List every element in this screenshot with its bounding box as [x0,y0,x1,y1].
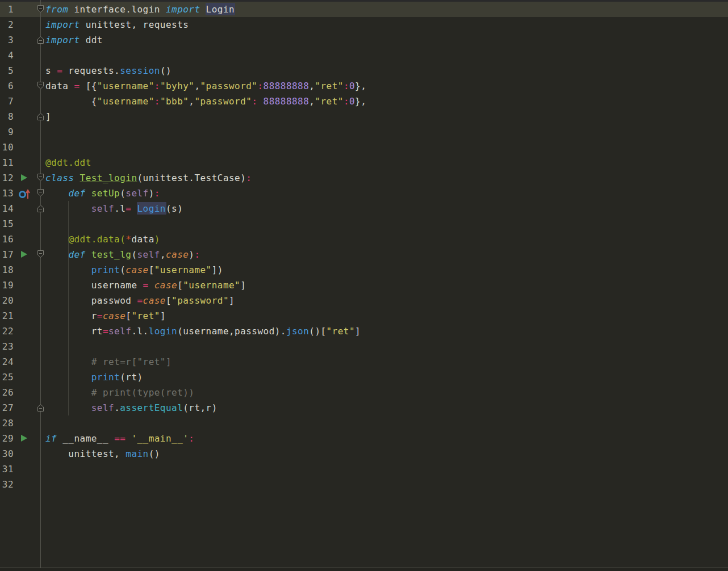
code-text[interactable]: def setUp(self): [45,186,160,201]
fold-collapse-icon[interactable] [36,250,45,259]
code-text[interactable]: ] [45,109,51,124]
code-text[interactable]: passwod =case["password"] [45,293,235,308]
code-token: : [344,81,349,91]
line-number[interactable]: 25 [0,370,14,385]
fold-end-icon[interactable] [36,403,45,412]
code-token: : [154,188,160,199]
code-line: 10 [0,140,728,155]
code-text[interactable]: rt=self.l.login(username,passwod).json()… [45,324,361,339]
code-token: () [160,65,171,76]
line-number[interactable]: 11 [0,155,14,170]
code-line: 19 username = case["username"] [0,278,728,293]
code-token: "password" [194,96,252,107]
line-number[interactable]: 1 [0,2,14,17]
run-test-icon[interactable] [21,251,27,258]
code-token: unittest, [45,448,125,459]
line-number[interactable]: 24 [0,354,14,370]
line-number[interactable]: 19 [0,278,14,293]
line-number[interactable]: 30 [0,446,14,461]
code-text[interactable]: self.assertEqual(rt,r) [45,400,217,415]
line-number[interactable]: 14 [0,201,14,216]
code-token: setUp [91,188,120,199]
code-text[interactable]: print(rt) [45,370,143,385]
code-token: [{ [80,81,97,91]
line-number[interactable]: 28 [0,415,14,431]
code-token [131,203,137,214]
code-token: = [57,65,62,76]
code-token: "username" [183,280,240,291]
line-number[interactable]: 15 [0,216,14,232]
line-number[interactable]: 27 [0,400,14,415]
code-token: = [74,81,80,91]
line-number[interactable]: 8 [0,109,14,124]
line-number[interactable]: 31 [0,461,14,477]
line-number[interactable]: 17 [0,247,14,262]
code-text[interactable]: if __name__ == '__main__': [45,431,194,446]
code-line: 23 [0,339,728,354]
line-number[interactable]: 32 [0,477,14,492]
code-text[interactable]: r=case["ret"] [45,308,166,324]
code-text[interactable]: import ddt [45,32,103,48]
code-text[interactable]: from interface.login import Login [45,2,235,17]
fold-end-icon[interactable] [36,112,45,121]
code-text[interactable]: @ddt.data(*data) [45,232,160,247]
line-number[interactable]: 3 [0,32,14,48]
code-line: 30 unittest, main() [0,446,728,461]
line-number[interactable]: 16 [0,232,14,247]
code-text[interactable]: s = requests.session() [45,63,171,78]
code-token [45,264,91,275]
line-number[interactable]: 21 [0,308,14,324]
line-number[interactable]: 4 [0,48,14,63]
code-text[interactable]: username = case["username"] [45,278,246,293]
line-number[interactable]: 6 [0,78,14,94]
code-text[interactable]: # print(type(ret)) [45,385,194,400]
line-number[interactable]: 22 [0,324,14,339]
up-arrow-icon [26,188,31,200]
line-number[interactable]: 7 [0,94,14,109]
code-text[interactable]: self.l= Login(s) [45,201,183,216]
code-text[interactable]: class Test_login(unittest.TestCase): [45,170,252,186]
line-number[interactable]: 18 [0,262,14,278]
run-test-icon[interactable] [21,435,27,442]
fold-end-icon[interactable] [36,35,45,44]
code-token: rt [45,326,103,337]
line-number[interactable]: 5 [0,63,14,78]
code-text[interactable]: # ret=r["ret"] [45,354,171,370]
fold-collapse-icon[interactable] [36,81,45,90]
fold-collapse-icon[interactable] [36,173,45,182]
code-token: import [45,35,80,45]
code-token: "ret" [327,326,355,337]
fold-collapse-icon[interactable] [36,5,45,14]
code-token [125,433,131,444]
code-token: : [252,96,257,107]
code-token: "username" [97,96,154,107]
run-test-icon[interactable] [21,174,27,181]
code-token: .l [114,203,125,214]
code-token: == [114,433,125,444]
code-text[interactable]: unittest, main() [45,446,160,461]
code-text[interactable]: @ddt.ddt [45,155,91,170]
code-line: 21 r=case["ret"] [0,308,728,324]
line-number[interactable]: 23 [0,339,14,354]
line-number[interactable]: 20 [0,293,14,308]
line-number[interactable]: 12 [0,170,14,186]
override-method-icon[interactable] [19,189,31,200]
code-line: 27 self.assertEqual(rt,r) [0,400,728,415]
code-text[interactable]: {"username":"bbb","password": 88888888,"… [45,94,366,109]
line-number[interactable]: 29 [0,431,14,446]
code-text[interactable]: def test_lg(self,case): [45,247,200,262]
line-number[interactable]: 26 [0,385,14,400]
line-number[interactable]: 2 [0,17,14,32]
line-number[interactable]: 10 [0,140,14,155]
line-number[interactable]: 9 [0,124,14,140]
code-lines-layer[interactable]: 1from interface.login import Login2impor… [0,0,728,571]
code-text[interactable]: import unittest, requests [45,17,189,32]
fold-end-icon[interactable] [36,204,45,213]
code-token: data [45,81,74,91]
line-number[interactable]: 13 [0,186,14,201]
code-token: , [160,249,166,260]
code-text[interactable]: data = [{"username":"byhy","password":88… [45,78,366,94]
fold-collapse-icon[interactable] [36,188,45,198]
bottom-edge [0,568,728,571]
code-text[interactable]: print(case["username"]) [45,262,223,278]
